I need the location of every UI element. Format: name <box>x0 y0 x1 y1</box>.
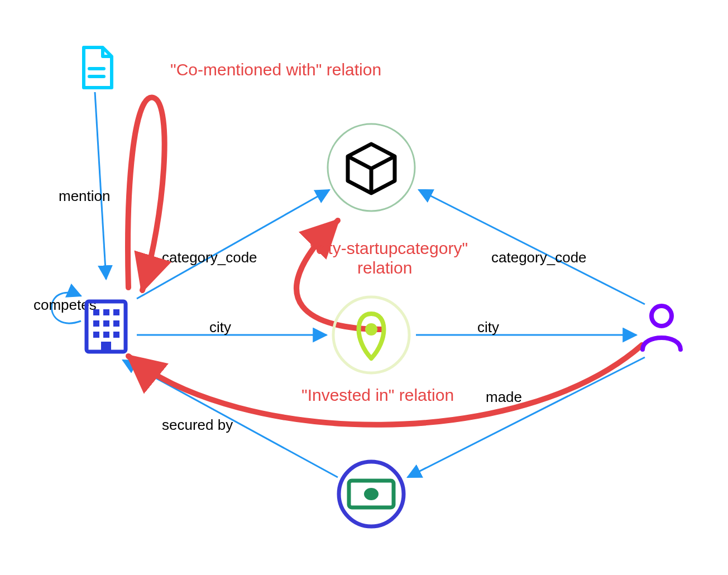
node-document <box>84 47 112 88</box>
svg-point-17 <box>652 306 672 326</box>
svg-rect-8 <box>113 320 119 327</box>
svg-rect-4 <box>103 309 109 315</box>
location-pin-icon <box>359 314 384 358</box>
edge-made-label: made <box>486 389 522 405</box>
annotation-arrow-invested-in <box>128 345 642 425</box>
edge-made <box>408 357 645 477</box>
svg-point-20 <box>364 488 379 500</box>
svg-rect-6 <box>93 320 99 327</box>
svg-rect-5 <box>113 309 119 315</box>
annotation-arrow-co-mentioned <box>128 98 165 290</box>
edge-secured-by-label: secured by <box>162 416 233 433</box>
node-money <box>339 462 404 526</box>
svg-rect-10 <box>103 332 109 338</box>
person-icon <box>643 306 681 349</box>
node-person <box>643 306 681 349</box>
annotation-city-category-line2: relation <box>357 258 412 277</box>
svg-rect-7 <box>103 320 109 327</box>
edge-category-left <box>137 190 329 299</box>
svg-rect-12 <box>101 342 111 352</box>
node-city <box>333 297 409 373</box>
edge-mention <box>95 92 106 279</box>
svg-rect-3 <box>93 309 99 315</box>
svg-rect-11 <box>113 332 119 338</box>
edge-category-right-label: category_code <box>491 249 587 266</box>
banknote-icon <box>349 481 394 507</box>
annotation-city-category-line1: "city-startupcategory" <box>310 239 468 257</box>
edge-mention-label: mention <box>59 188 111 204</box>
edge-city-right-label: city <box>477 319 499 336</box>
relationship-diagram: mention competes category_code category_… <box>0 0 728 575</box>
edge-category-left-label: category_code <box>162 249 257 266</box>
annotation-co-mentioned-text: "Co-mentioned with" relation <box>170 60 381 79</box>
edge-city-left-label: city <box>209 319 231 336</box>
annotation-invested-in-text: "Invested in" relation <box>301 386 454 404</box>
svg-rect-9 <box>93 332 99 338</box>
document-icon <box>84 47 112 88</box>
box3d-icon <box>348 144 395 193</box>
node-category <box>328 124 415 211</box>
svg-point-16 <box>365 323 377 336</box>
